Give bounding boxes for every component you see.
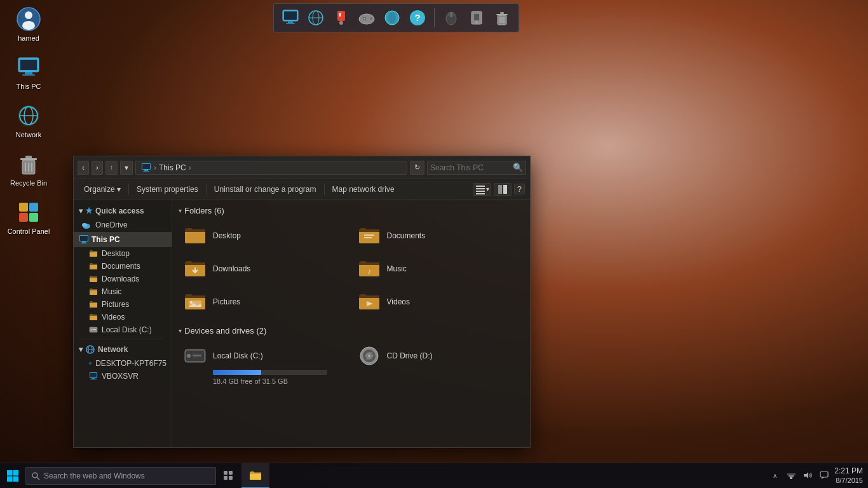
ql-network-icon[interactable] <box>304 6 327 29</box>
organize-chevron-icon: ▾ <box>117 185 121 194</box>
folders-title-text: Folders (6) <box>184 206 224 215</box>
sidebar-item-onedrive[interactable]: OneDrive <box>74 218 172 232</box>
svg-marker-110 <box>804 472 808 478</box>
svg-point-34 <box>369 18 370 20</box>
svg-rect-53 <box>142 164 150 169</box>
folder-item-music[interactable]: ♪ Music <box>353 254 524 284</box>
folder-item-desktop[interactable]: Desktop <box>179 220 350 251</box>
pane-toggle[interactable] <box>494 183 512 196</box>
ql-drive-icon[interactable] <box>465 6 488 29</box>
svg-rect-100 <box>13 476 19 482</box>
svg-rect-59 <box>476 193 485 194</box>
sidebar-item-vboxsvr[interactable]: VBOXSVR <box>74 370 172 383</box>
desktop-icon-user[interactable]: hamed <box>6 6 51 42</box>
drives-chevron-icon <box>179 327 182 334</box>
taskbar-icon-explorer[interactable] <box>241 463 269 489</box>
view-toggle[interactable]: ▾ <box>473 183 491 196</box>
network-tray-icon[interactable] <box>785 469 797 482</box>
forward-button[interactable]: › <box>92 161 103 175</box>
up-button[interactable]: ↑ <box>105 161 118 175</box>
svg-rect-109 <box>787 473 796 475</box>
refresh-button[interactable]: ↻ <box>410 161 424 175</box>
folder-item-videos[interactable]: Videos <box>353 287 524 317</box>
ql-monitor-icon[interactable] <box>279 6 302 29</box>
system-clock[interactable]: 2:21 PM 8/7/2015 <box>834 466 863 485</box>
breadcrumb-sep-2: › <box>189 163 191 172</box>
back-button[interactable]: ‹ <box>78 161 89 175</box>
network-sidebar-label: Network <box>98 345 128 354</box>
sidebar-item-local-disk-c[interactable]: Local Disk (C:) <box>74 323 172 336</box>
ql-recycle-icon[interactable] <box>491 6 513 29</box>
local-disk-info: 18.4 GB free of 31.5 GB <box>213 377 345 385</box>
drive-item-local-disk-c[interactable]: Local Disk (C:) 18.4 GB free of 31.5 GB <box>179 341 350 389</box>
uninstall-button[interactable]: Uninstall or change a program <box>209 183 322 196</box>
svg-rect-24 <box>286 23 295 24</box>
folder-documents-label: Documents <box>387 231 426 240</box>
sidebar-network-header[interactable]: Network <box>74 342 172 357</box>
ql-globe-icon[interactable] <box>381 6 403 29</box>
start-button[interactable] <box>0 463 25 489</box>
sidebar-item-pictures[interactable]: Pictures <box>74 298 172 311</box>
task-view-button[interactable] <box>216 463 241 489</box>
folder-item-pictures[interactable]: Pictures <box>179 287 350 317</box>
desktop-icon-recycle-bin-label: Recycle Bin <box>10 179 47 187</box>
svg-rect-66 <box>82 241 86 243</box>
folders-section-title[interactable]: Folders (6) <box>179 206 524 215</box>
desktop-icon-network[interactable]: Network <box>6 103 51 139</box>
sidebar-item-videos[interactable]: Videos <box>74 311 172 323</box>
local-disk-progress-fill <box>213 370 261 375</box>
desktop-icon-this-pc[interactable]: This PC <box>6 55 51 90</box>
svg-point-101 <box>32 473 37 478</box>
sidebar-item-documents[interactable]: Documents <box>74 260 172 273</box>
address-path[interactable]: › This PC › <box>135 161 407 175</box>
recent-locations-button[interactable]: ▾ <box>120 161 133 175</box>
svg-text:?: ? <box>414 12 420 23</box>
svg-rect-108 <box>789 475 794 477</box>
system-properties-label: System properties <box>137 185 198 194</box>
file-explorer-taskbar-icon <box>248 468 262 482</box>
folder-desktop-sidebar-icon <box>89 249 98 258</box>
desktop-icon-control-panel[interactable]: Control Panel <box>6 200 51 235</box>
ql-help-icon[interactable]: ? <box>406 6 429 29</box>
folder-item-downloads[interactable]: Downloads <box>179 254 350 284</box>
desktop-computer-label: DESKTOP-KPT6F75 <box>95 359 166 368</box>
desktop-icon-recycle-bin[interactable]: Recycle Bin <box>6 151 51 187</box>
svg-rect-12 <box>20 158 37 160</box>
svg-rect-58 <box>476 191 485 192</box>
address-path-text: This PC <box>159 163 186 172</box>
search-input[interactable] <box>430 163 513 172</box>
folder-music-sidebar-icon <box>89 287 98 296</box>
overflow-icon[interactable]: ∧ <box>768 469 781 482</box>
sidebar-item-downloads[interactable]: Downloads <box>74 273 172 285</box>
map-network-button[interactable]: Map network drive <box>327 183 400 196</box>
local-disk-drive-icon <box>184 344 207 367</box>
taskbar-search-box[interactable]: Search the web and Windows <box>25 467 216 485</box>
svg-rect-75 <box>90 363 92 364</box>
taskbar-right: ∧ 2:21 PM 8/7/ <box>763 466 868 485</box>
desktop-icon-control-panel-label: Control Panel <box>8 227 50 235</box>
sidebar-item-this-pc[interactable]: This PC <box>74 232 172 247</box>
drive-item-cd-d[interactable]: CD Drive (D:) <box>353 341 524 389</box>
volume-tray-icon[interactable] <box>801 469 814 482</box>
quick-access-header[interactable]: ★ Quick access <box>74 203 172 218</box>
ql-gamepad-icon[interactable] <box>355 6 378 29</box>
action-center-icon[interactable] <box>818 469 831 482</box>
search-box[interactable]: 🔍 <box>427 161 526 175</box>
ql-device-icon[interactable] <box>440 6 463 29</box>
system-properties-button[interactable]: System properties <box>132 183 203 196</box>
help-button[interactable]: ? <box>514 184 525 194</box>
computer-icon <box>89 359 92 368</box>
svg-point-95 <box>368 355 370 357</box>
svg-rect-6 <box>22 74 35 76</box>
ql-settings-icon[interactable] <box>330 6 353 29</box>
sidebar-item-music[interactable]: Music <box>74 285 172 298</box>
sidebar-separator <box>79 339 166 339</box>
organize-button[interactable]: Organize ▾ <box>79 183 126 196</box>
drives-section-title[interactable]: Devices and drives (2) <box>179 326 524 336</box>
svg-point-35 <box>370 18 372 20</box>
this-pc-sidebar-icon <box>79 234 89 245</box>
sidebar-item-desktop-computer[interactable]: DESKTOP-KPT6F75 <box>74 357 172 370</box>
cd-drive-d-label: CD Drive (D:) <box>387 351 433 360</box>
sidebar-item-desktop[interactable]: Desktop <box>74 247 172 260</box>
folder-item-documents[interactable]: Documents <box>353 220 524 251</box>
